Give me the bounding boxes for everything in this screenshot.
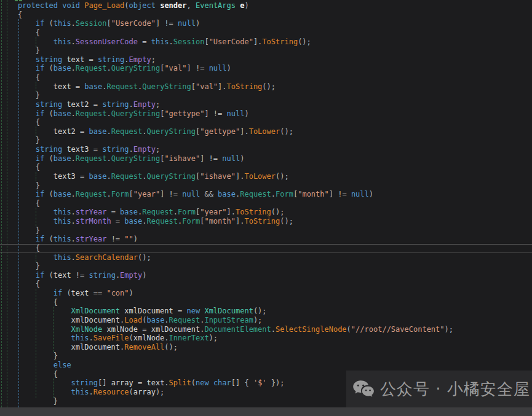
code-token: ToString [262,37,298,46]
code-token: strMonth [76,217,111,226]
code-token: = [133,379,147,387]
code-token: Request [76,64,107,73]
code-line-12[interactable]: string text2 = string.Empty; [0,100,453,109]
code-line-37[interactable]: XmlNode xmlNode = xmlDocument.DocumentEl… [0,325,453,334]
code-token: SessonUserCode [76,37,138,46]
code-token: = [89,100,103,109]
code-token: new [196,379,209,387]
bottom-bar [0,407,532,416]
code-token: string [36,100,62,109]
code-line-5[interactable]: this.SessonUserCode = this.Session["User… [0,37,453,47]
code-token: (); [271,208,285,216]
code-token: ToLower [244,172,276,181]
code-line-26[interactable]: } [0,226,453,235]
code-token: . [71,253,76,262]
code-line-27[interactable]: if (this.strYear != "") [0,235,453,244]
code-token: xmlNode [106,325,138,334]
code-line-9[interactable]: { [0,73,453,82]
code-line-23[interactable]: { [0,199,453,208]
code-line-18[interactable]: if (base.Request.QueryString["ishave"] !… [0,154,453,163]
code-token: Request [142,208,173,216]
code-token: ] != [204,109,226,118]
code-line-24[interactable]: this.strYear = base.Request.Form["year"]… [0,208,453,217]
code-line-38[interactable]: this.SaveFile(xmlNode.InnerText); [0,334,453,343]
code-token: string [36,55,62,64]
code-line-4[interactable]: { [0,28,453,37]
code-line-41[interactable]: else [0,361,453,370]
code-token [0,1,18,10]
code-token: if [36,154,44,163]
code-line-31[interactable]: if (text != string.Empty) [0,271,453,280]
code-line-10[interactable]: text = base.Request.QueryString["val"].T… [0,82,453,92]
code-line-35[interactable]: XmlDocument xmlDocument = new XmlDocumen… [0,307,453,316]
code-token: ); [445,325,453,334]
code-token [0,334,71,342]
code-line-8[interactable]: if (base.Request.QueryString["val"] != n… [0,64,453,73]
code-line-13[interactable]: if (base.Request.QueryString["gettype"] … [0,109,453,119]
code-line-33[interactable]: if (text == "con") [0,289,453,298]
code-token: [ [204,37,208,46]
code-token: . [106,154,111,163]
code-line-40[interactable]: } [0,351,453,361]
code-token: ]. [218,82,226,91]
code-token: text3 [66,145,89,154]
code-token: base [218,190,236,198]
code-token [0,388,71,396]
code-token: QueryString [146,172,195,181]
code-line-25[interactable]: this.strMonth = base.Request.Form["month… [0,217,453,226]
code-token: ) [129,289,133,297]
code-token: { [0,10,22,19]
code-token: { [0,298,58,307]
code-token: text [71,289,89,297]
code-line-39[interactable]: xmlDocument.RemoveAll(); [0,343,453,352]
code-token: if [36,271,44,280]
code-token: "//root//SaveContent" [351,325,445,334]
code-token: null [351,190,369,198]
code-token: . [164,316,169,324]
code-line-15[interactable]: text2 = base.Request.QueryString["gettyp… [0,127,453,136]
code-line-30[interactable]: } [0,262,453,271]
code-token: ToString [227,82,263,91]
code-token: if [36,19,44,28]
code-line-7[interactable]: string text = string.Empty; [0,55,453,65]
code-line-22[interactable]: if (base.Request.Form["year"] != null &&… [0,190,453,199]
code-line-2[interactable]: { [0,10,453,20]
code-token: base [54,64,71,73]
code-token: QueryString [142,82,191,91]
code-line-19[interactable]: { [0,163,453,172]
code-token: "" [124,235,133,243]
code-token: xmlDocument [151,325,200,334]
code-token: base [54,190,71,198]
code-line-16[interactable]: } [0,136,453,145]
code-line-21[interactable]: } [0,181,453,190]
code-line-28[interactable]: { [0,244,453,253]
code-token: char [213,379,231,387]
code-line-11[interactable]: } [0,91,453,100]
code-token: base [89,172,107,181]
code-line-1[interactable]: protected void Page_Load(object sender, … [0,1,453,10]
code-line-6[interactable]: } [0,46,453,55]
code-token: xmlNode [133,334,165,342]
code-token: string [98,55,124,64]
code-editor[interactable]: protected void Page_Load(object sender, … [0,1,453,406]
code-token [0,55,36,64]
code-token: EventArgs [196,1,236,10]
code-line-3[interactable]: if (this.Session["UserCode"] != null) [0,19,453,28]
code-line-17[interactable]: string text3 = string.Empty; [0,145,453,154]
code-line-36[interactable]: xmlDocument.Load(base.Request.InputStrea… [0,316,453,325]
code-token: ) [227,64,231,73]
code-line-20[interactable]: text3 = base.Request.QueryString["ishave… [0,172,453,181]
code-token: } [0,351,58,360]
code-token: "val" [164,64,186,73]
watermark-panel: 公众号 · 小橘安全屋 [346,371,532,407]
code-line-29[interactable]: this.SearchCalendar(); [0,253,453,262]
code-line-14[interactable]: { [0,118,453,127]
code-token: "UserCode" [111,19,156,28]
code-token: text [66,55,84,64]
code-line-32[interactable]: { [0,280,453,289]
code-line-34[interactable]: { [0,298,453,307]
code-token: ( [44,64,53,73]
code-token: ( [44,271,53,280]
code-token: } [0,91,40,100]
code-token: ) [133,235,138,243]
